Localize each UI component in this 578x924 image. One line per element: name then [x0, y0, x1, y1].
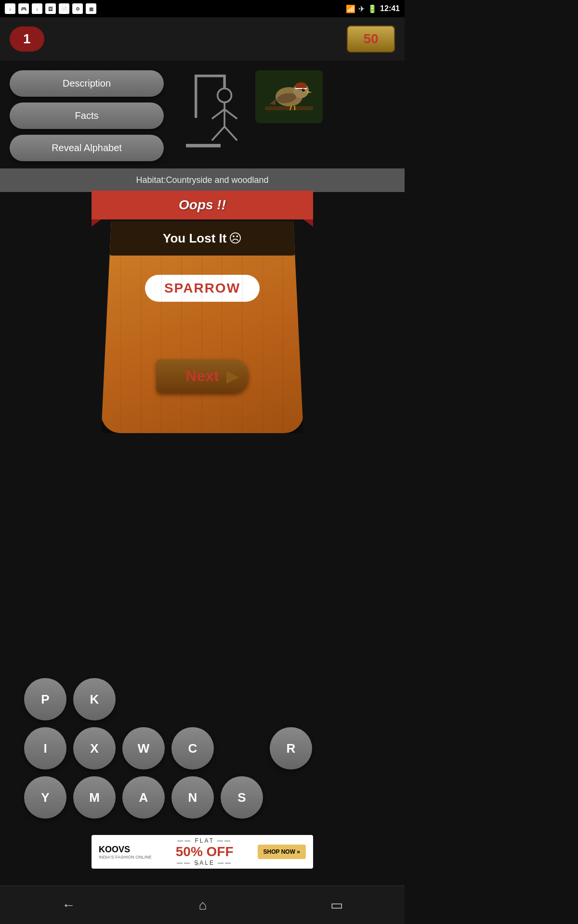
- game-over-modal: Oops !! You Lost It ☹ SPARROW Next: [101, 202, 303, 433]
- habitat-bar: Habitat:Countryside and woodland: [0, 168, 405, 192]
- keyboard-row-2: I X W C R: [10, 727, 395, 770]
- key-r[interactable]: R: [270, 727, 312, 770]
- svg-rect-11: [265, 106, 313, 110]
- top-bar: 1 50: [0, 17, 405, 61]
- wifi-icon: 📶: [346, 4, 355, 13]
- svg-point-4: [218, 89, 232, 103]
- key-s[interactable]: S: [221, 776, 263, 819]
- status-icons: ↓ 🎮 ↓ 🖼 📄 ⚙ ▦: [5, 3, 96, 14]
- habitat-text: Habitat:Countryside and woodland: [136, 175, 268, 185]
- ad-logo-section: KOOVS INDIA'S FASHION ONLINE: [99, 845, 152, 860]
- svg-rect-3: [186, 144, 221, 147]
- svg-line-9: [224, 127, 237, 141]
- oops-banner: Oops !!: [92, 191, 313, 219]
- svg-line-6: [212, 109, 224, 119]
- keyboard-row-3: Y M A N S: [10, 776, 395, 819]
- svg-rect-1: [195, 75, 225, 77]
- answer-word: SPARROW: [145, 275, 260, 302]
- key-n[interactable]: N: [171, 776, 214, 819]
- bird-image: [255, 70, 323, 123]
- key-p[interactable]: P: [24, 678, 66, 720]
- key-w[interactable]: W: [122, 727, 165, 770]
- ad-sale: —— SALE ——: [152, 860, 258, 866]
- svg-rect-0: [195, 75, 197, 118]
- clock: 12:41: [380, 4, 400, 13]
- key-k[interactable]: K: [73, 678, 116, 720]
- coins-badge: 50: [347, 26, 395, 52]
- lives-badge: 1: [10, 26, 44, 51]
- banner-text: Oops !!: [179, 197, 226, 213]
- description-button[interactable]: Description: [10, 70, 164, 97]
- svg-line-8: [212, 127, 224, 141]
- status-right: 📶 ✈ 🔋 12:41: [346, 4, 400, 13]
- barcode-icon: ▦: [86, 3, 96, 14]
- bird-svg: [255, 70, 323, 123]
- recent-button[interactable]: ▭: [330, 897, 343, 913]
- ad-flat: —— FLAT ——: [152, 837, 258, 844]
- key-i[interactable]: I: [24, 727, 66, 770]
- next-container: Next: [101, 350, 303, 412]
- svg-point-16: [302, 89, 305, 91]
- answer-container: SPARROW: [101, 256, 303, 321]
- keyboard-area: P K I X W C R Y M A N S: [0, 673, 405, 830]
- left-buttons: Description Facts Reveal Alphabet: [10, 65, 164, 161]
- game-area: Description Facts Reveal Alphabet: [0, 61, 405, 166]
- ad-shop-button[interactable]: SHOP NOW »: [258, 845, 306, 859]
- ad-banner: KOOVS INDIA'S FASHION ONLINE —— FLAT —— …: [92, 835, 313, 869]
- svg-point-17: [303, 89, 304, 90]
- ad-tagline: INDIA'S FASHION ONLINE: [99, 855, 152, 860]
- lost-text: You Lost It: [163, 231, 226, 245]
- status-bar: ↓ 🎮 ↓ 🖼 📄 ⚙ ▦ 📶 ✈ 🔋 12:41: [0, 0, 405, 17]
- hangman-container: [173, 65, 395, 161]
- reveal-alphabet-button[interactable]: Reveal Alphabet: [10, 135, 164, 161]
- facts-button[interactable]: Facts: [10, 103, 164, 129]
- key-x[interactable]: X: [73, 727, 116, 770]
- keyboard-row-1: P K: [10, 678, 395, 720]
- key-m[interactable]: M: [73, 776, 116, 819]
- notification-icon: ↓: [5, 3, 15, 14]
- ad-brand: KOOVS: [99, 845, 152, 855]
- lost-header: You Lost It ☹: [108, 221, 296, 256]
- game-icon: 🎮: [18, 3, 29, 14]
- battery-icon: 🔋: [368, 4, 377, 13]
- download-icon: ↓: [32, 3, 42, 14]
- doc-icon: 📄: [59, 3, 69, 14]
- image-icon: 🖼: [45, 3, 56, 14]
- next-button[interactable]: Next: [157, 359, 248, 393]
- hangman-drawing: [173, 70, 250, 157]
- key-a[interactable]: A: [122, 776, 165, 819]
- key-c[interactable]: C: [171, 727, 214, 770]
- sad-face-icon: ☹: [229, 231, 242, 245]
- back-button[interactable]: ←: [62, 898, 75, 913]
- svg-rect-2: [223, 75, 225, 88]
- airplane-icon: ✈: [358, 4, 365, 13]
- wooden-box: You Lost It ☹ SPARROW Next: [101, 221, 303, 433]
- wood-grain: [101, 321, 303, 350]
- svg-line-7: [224, 109, 237, 119]
- ad-close-button[interactable]: ✕: [195, 861, 199, 868]
- key-y[interactable]: Y: [24, 776, 66, 819]
- home-button[interactable]: ⌂: [199, 898, 207, 913]
- ad-percent: 50% OFF: [152, 844, 258, 860]
- answer-text: SPARROW: [164, 281, 240, 295]
- ad-offer: —— FLAT —— 50% OFF —— SALE ——: [152, 837, 258, 866]
- nav-bar: ← ⌂ ▭: [0, 886, 405, 924]
- settings-icon: ⚙: [72, 3, 83, 14]
